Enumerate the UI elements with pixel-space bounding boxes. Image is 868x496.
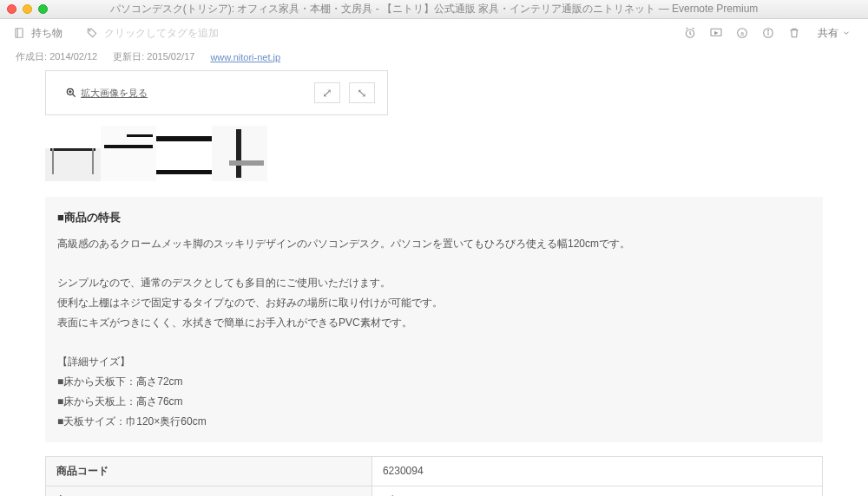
note-toolbar: 持ち物 クリックしてタグを追加 a 共有 [0, 19, 868, 47]
thumbnail-3[interactable] [156, 126, 212, 181]
product-features: ■商品の特長 高級感のあるクロームメッキ脚のスッキリデザインのパソコンデスク。パ… [45, 197, 823, 442]
magnify-plus-icon [65, 87, 77, 99]
detail-d3: ■天板サイズ：巾120×奥行60cm [57, 412, 811, 432]
thumbnail-2[interactable] [101, 126, 156, 181]
table-row: 色ブラック [46, 486, 823, 496]
svg-text:a: a [740, 30, 744, 36]
spec-value: 6230094 [372, 456, 822, 486]
close-icon[interactable] [7, 4, 16, 14]
updated-date: 更新日: 2015/02/17 [113, 50, 194, 63]
spec-label: 商品コード [46, 456, 372, 486]
detail-d2: ■床から天板上：高さ76cm [57, 392, 811, 412]
tag-icon[interactable] [85, 26, 99, 40]
notebook-name[interactable]: 持ち物 [31, 26, 62, 41]
next-image-button[interactable]: ⤡ [349, 82, 375, 103]
thumbnail-1[interactable] [45, 126, 101, 181]
present-icon[interactable] [708, 25, 724, 41]
thumbnail-4[interactable] [212, 126, 267, 181]
window-titlebar: パソコンデスク(トリシア): オフィス家具・本棚・文房具 - 【ニトリ】公式通販… [0, 0, 868, 19]
svg-line-11 [73, 95, 76, 97]
table-row: 商品コード6230094 [46, 456, 823, 486]
notebook-icon[interactable] [12, 26, 26, 40]
prev-image-button[interactable]: ⤢ [314, 82, 340, 103]
traffic-lights [7, 4, 48, 14]
spec-table: 商品コード6230094 色ブラック サイズ巾120×奥行60×高さ95cm 素… [45, 456, 823, 496]
tag-placeholder[interactable]: クリックしてタグを追加 [104, 26, 219, 41]
features-p2: シンプルなので、通常のデスクとしても多目的にご使用いただけます。 [57, 273, 811, 293]
detail-size-head: 【詳細サイズ】 [57, 352, 811, 372]
image-preview-box: 拡大画像を見る ⤢ ⤡ [45, 70, 388, 115]
note-meta: 作成日: 2014/02/12 更新日: 2015/02/17 www.nito… [0, 47, 868, 70]
info-icon[interactable] [760, 25, 776, 41]
annotate-icon[interactable]: a [734, 25, 750, 41]
features-p1: 高級感のあるクロームメッキ脚のスッキリデザインのパソコンデスク。パソコンを置いて… [57, 234, 811, 254]
trash-icon[interactable] [786, 25, 802, 41]
maximize-icon[interactable] [38, 4, 48, 14]
detail-d1: ■床から天板下：高さ72cm [57, 372, 811, 392]
reminder-icon[interactable] [682, 25, 698, 41]
created-date: 作成日: 2014/02/12 [16, 50, 97, 63]
features-heading: ■商品の特長 [57, 207, 811, 229]
features-p4: 表面にキズがつきにくく、水拭きで簡単にお手入れができるPVC素材です。 [57, 313, 811, 333]
window-title: パソコンデスク(トリシア): オフィス家具・本棚・文房具 - 【ニトリ】公式通販… [0, 2, 868, 16]
thumbnail-strip [45, 126, 852, 181]
share-label: 共有 [818, 26, 838, 41]
features-p3: 便利な上棚はネジで固定するタイプなので、お好みの場所に取り付けが可能です。 [57, 293, 811, 313]
minimize-icon[interactable] [23, 4, 32, 14]
svg-point-9 [767, 30, 768, 31]
source-url-link[interactable]: www.nitori-net.jp [210, 52, 280, 62]
spec-label: 色 [46, 486, 372, 496]
svg-point-2 [89, 30, 90, 31]
svg-rect-0 [16, 29, 23, 38]
share-button[interactable]: 共有 [812, 24, 856, 42]
spec-value: ブラック [372, 486, 822, 496]
note-body: 拡大画像を見る ⤢ ⤡ ■商品の特長 高級感のあるクロームメッキ脚のスッキリデザ… [0, 70, 868, 496]
zoom-image-link[interactable]: 拡大画像を見る [65, 87, 148, 100]
chevron-down-icon [842, 29, 851, 37]
